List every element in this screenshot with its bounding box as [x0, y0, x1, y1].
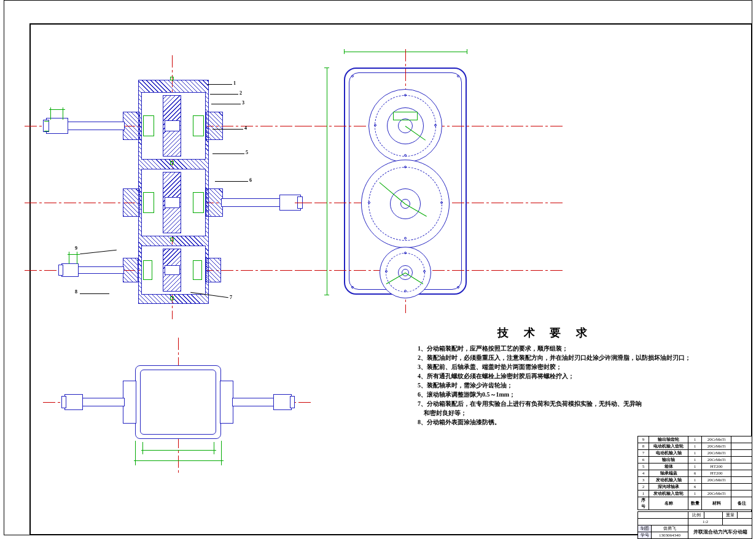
- bom-cell: [731, 457, 752, 463]
- bom-cell: 1: [688, 477, 702, 484]
- balloon-7: 7: [230, 295, 232, 300]
- designer: 曾腾飞: [652, 525, 688, 532]
- bom-cell: 20CrMnTi: [702, 477, 731, 484]
- bom-cell: 9: [638, 436, 649, 443]
- section-view: [43, 74, 301, 307]
- balloon-9: 9: [75, 246, 77, 251]
- tech-line: 2、装配油封时，必须垂重压入，注意装配方向，并在油封刃口处涂少许润滑脂，以防损坏…: [418, 353, 691, 362]
- bom-cell: 3: [638, 477, 649, 484]
- bom-cell: 电动机输入齿轮: [649, 443, 688, 450]
- bom-hdr-n: 序号: [638, 497, 649, 510]
- bom-cell: 20CrMnTi: [702, 443, 731, 450]
- bom-hdr-note: 备注: [731, 497, 752, 510]
- num-value: 1303064340: [652, 532, 688, 539]
- bom-cell: [731, 450, 752, 457]
- design-label: 制图: [638, 525, 652, 532]
- bom-cell: 轴承端盖: [649, 470, 688, 477]
- bom-cell: [731, 436, 752, 443]
- bom-cell: 6: [688, 484, 702, 491]
- bom-cell: 1: [688, 443, 702, 450]
- bom-cell: 输出轴: [649, 457, 688, 463]
- tech-req-body: 1、分动箱装配时，应严格按照工艺的要求，顺序组装； 2、装配油封时，必须垂重压入…: [418, 344, 691, 427]
- bom-cell: HT200: [702, 470, 731, 477]
- num-label: 学号: [638, 532, 652, 539]
- tech-line: 8、分动箱外表面涂油漆防锈。: [418, 417, 691, 427]
- bom-cell: [731, 477, 752, 484]
- balloon-5: 5: [246, 150, 248, 155]
- bom-cell: [731, 470, 752, 477]
- front-view: [332, 55, 504, 313]
- balloon-1: 1: [233, 80, 236, 86]
- bom-cell: 20CrMnTi: [702, 457, 731, 463]
- balloon-3: 3: [242, 100, 244, 106]
- bom-cell: 电动机输入轴: [649, 450, 688, 457]
- bom-cell: 发动机输入齿轮: [649, 491, 688, 497]
- bom-cell: 1: [688, 436, 702, 443]
- bom-cell: [731, 463, 752, 470]
- bom-cell: 7: [638, 450, 649, 457]
- bom-cell: 5: [638, 463, 649, 470]
- tech-line: 3、装配前、后轴承盖、端盖时垫片两面需涂密封胶；: [418, 362, 691, 371]
- bom-cell: [731, 443, 752, 450]
- bom-cell: 20CrMnTi: [702, 436, 731, 443]
- bom-cell: 6: [688, 470, 702, 477]
- tech-req-title: 技 术 要 求: [497, 325, 593, 340]
- bom-cell: 2: [638, 484, 649, 491]
- bom-cell: 1: [688, 463, 702, 470]
- bom-cell: 1: [638, 491, 649, 497]
- bom-cell: 1: [688, 491, 702, 497]
- scale-label: 比例: [688, 512, 704, 519]
- bom-table: 9输出轴齿轮120CrMnTi8电动机输入齿轮120CrMnTi7电动机输入轴1…: [637, 436, 752, 510]
- balloon-6: 6: [249, 177, 252, 183]
- bottom-view: [61, 344, 295, 467]
- tech-line: 7、分动箱装配后，在专用实验台上进行有负荷和无负荷模拟实验，无抖动、无异响: [418, 399, 691, 408]
- tech-line: 1、分动箱装配时，应严格按照工艺的要求，顺序组装；: [418, 344, 691, 353]
- tech-line: 和密封良好等；: [418, 408, 691, 417]
- bom-cell: 1: [688, 450, 702, 457]
- mass-label: 重量: [723, 512, 738, 519]
- bom-cell: 发动机输入轴: [649, 477, 688, 484]
- drawing-title: 并联混合动力汽车分动箱: [688, 525, 752, 539]
- tech-line: 5、装配轴承时，需涂少许齿轮油；: [418, 381, 691, 390]
- bom-cell: HT200: [702, 463, 731, 470]
- balloon-8: 8: [75, 289, 77, 295]
- bom-cell: [702, 484, 731, 491]
- bom-cell: 6: [638, 457, 649, 463]
- bom-hdr-qty: 数量: [688, 497, 702, 510]
- title-block: 比例 重量 1:2 制图 曾腾飞 并联混合动力汽车分动箱 学号 13030643…: [637, 511, 752, 539]
- balloon-2: 2: [240, 90, 242, 96]
- bom-cell: 输出轴齿轮: [649, 436, 688, 443]
- bom-cell: 箱体: [649, 463, 688, 470]
- bom-cell: [731, 491, 752, 497]
- bom-cell: 深沟球轴承: [649, 484, 688, 491]
- bom-cell: 8: [638, 443, 649, 450]
- bom-cell: [731, 484, 752, 491]
- balloon-4: 4: [244, 125, 247, 131]
- bom-cell: 1: [688, 457, 702, 463]
- tech-line: 6、滚动轴承调整游隙为0.5～1mm；: [418, 390, 691, 399]
- bom-cell: 20CrMnTi: [702, 491, 731, 497]
- bom-cell: 4: [638, 470, 649, 477]
- bom-hdr-mat: 材料: [702, 497, 731, 510]
- tech-line: 4、所有通孔螺纹必须在螺栓上涂密封胶后再将螺栓拧入；: [418, 371, 691, 381]
- bom-hdr-name: 名称: [649, 497, 688, 510]
- mass-value: [738, 512, 752, 519]
- bom-cell: 20CrMnTi: [702, 450, 731, 457]
- scale-value: 1:2: [688, 519, 723, 525]
